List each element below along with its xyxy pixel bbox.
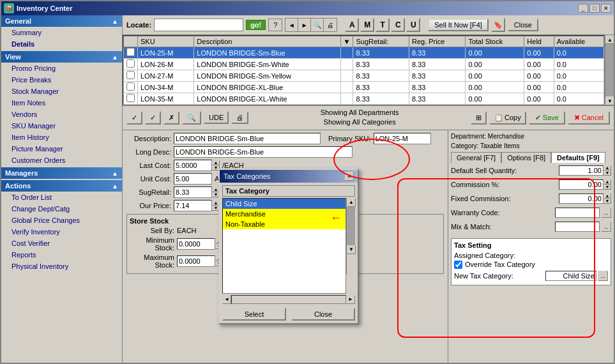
inventory-table: SKU Description ▼ SugRetail: Reg. Price … xyxy=(123,35,605,105)
sidebar-item-cost-verifier[interactable]: Cost Verifier xyxy=(1,238,122,249)
sidebar-item-sku-manager[interactable]: SKU Manager xyxy=(1,120,122,132)
nav-back-button[interactable]: ◄ xyxy=(285,19,298,31)
modal-scroll-down[interactable]: ▼ xyxy=(347,245,356,254)
tax-category-list[interactable]: Child Size Merchandise Non-Taxable xyxy=(222,198,346,294)
app-icon: 📦 xyxy=(4,3,14,13)
col-available: Available xyxy=(554,36,604,47)
sidebar-section-header-view[interactable]: View ▲ xyxy=(1,51,122,63)
table-row[interactable]: LON-34-M LONDON BRIDGE-XL-Blue 8.33 8.33… xyxy=(124,82,604,93)
row-checkbox[interactable] xyxy=(126,82,135,91)
sidebar-item-picture-manager[interactable]: Picture Manager xyxy=(1,143,122,155)
scroll-thumb[interactable] xyxy=(605,44,614,96)
modal-hscroll-left[interactable]: ◄ xyxy=(222,295,231,304)
table-scrollbar[interactable]: ▲ ▼ xyxy=(605,35,614,105)
modal-close-btn[interactable]: Close xyxy=(291,308,355,321)
sidebar-item-global-price-changes[interactable]: Global Price Changes xyxy=(1,215,122,226)
sidebar-item-vendors[interactable]: Vendors xyxy=(1,109,122,120)
modal-scroll-up[interactable]: ▲ xyxy=(347,198,356,207)
delete-button[interactable]: ✗ xyxy=(163,111,179,125)
sidebar-item-promo-pricing[interactable]: Promo Pricing xyxy=(1,63,122,74)
sidebar-item-item-notes[interactable]: Item Notes xyxy=(1,97,122,109)
sidebar-section-label-actions: Actions xyxy=(5,182,31,190)
sidebar-item-price-breaks[interactable]: Price Breaks xyxy=(1,74,122,86)
sidebar-item-customer-orders[interactable]: Customer Orders xyxy=(1,155,122,166)
nav-search-button[interactable]: 🔍 xyxy=(311,19,324,31)
print-button[interactable]: 🖨 xyxy=(231,111,248,124)
letter-m-button[interactable]: M xyxy=(360,18,374,32)
sell-now-button[interactable]: Sell It Now [F4] xyxy=(428,19,489,31)
scroll-down-arrow[interactable]: ▼ xyxy=(605,96,614,105)
modal-close-button[interactable]: ✕ xyxy=(345,172,354,181)
red-circle-right-panel xyxy=(397,178,595,338)
tax-category-item-child[interactable]: Child Size xyxy=(223,199,345,209)
sidebar-item-verify-inventory[interactable]: Verify Inventory xyxy=(1,226,122,238)
sidebar-section-header-actions[interactable]: Actions ▲ xyxy=(1,180,122,192)
cancel-button[interactable]: ✖ Cancel xyxy=(568,111,610,125)
go-button[interactable]: go! xyxy=(246,20,266,30)
sidebar-item-stock-manager[interactable]: Stock Manager xyxy=(1,86,122,97)
row-checkbox[interactable] xyxy=(126,59,135,68)
col-held: Held xyxy=(524,36,554,47)
grid-button[interactable]: ⊞ xyxy=(471,111,487,125)
table-row[interactable]: LON-27-M LONDON BRIDGE-Sm-Yellow 8.33 8.… xyxy=(124,70,604,82)
table-row[interactable]: LON-25-M LONDON BRIDGE-Sm-Blue 8.33 8.33… xyxy=(124,47,604,59)
letter-u-button[interactable]: U xyxy=(406,18,420,32)
nav-forward-button[interactable]: ► xyxy=(298,19,311,31)
modal-select-button[interactable]: Select xyxy=(222,308,286,321)
action-bar: ✓ ✓ ✗ 🔍 UDE 🖨 Showing All Departments Sh… xyxy=(123,106,614,130)
checkmark2-button[interactable]: ✓ xyxy=(145,111,161,125)
scroll-up-arrow[interactable]: ▲ xyxy=(605,35,614,44)
sidebar-section-label-view: View xyxy=(5,53,21,61)
row-checkbox[interactable] xyxy=(126,94,135,102)
sidebar-item-change-dept[interactable]: Change Dept/Catg xyxy=(1,203,122,215)
chevron-icon-view: ▲ xyxy=(112,54,118,61)
cancel-icon: ✖ xyxy=(574,114,580,122)
sidebar-item-item-history[interactable]: Item History xyxy=(1,132,122,143)
row-checkbox[interactable] xyxy=(126,48,135,56)
tax-category-item-merchandise[interactable]: Merchandise xyxy=(223,209,345,219)
modal-scrollbar[interactable]: ▲ ▼ xyxy=(346,198,355,275)
table-row[interactable]: LON-35-M LONDON BRIDGE-XL-White 8.33 8.3… xyxy=(124,93,604,105)
close-window-button[interactable]: ✕ xyxy=(601,4,611,13)
sidebar-item-reports[interactable]: Reports xyxy=(1,249,122,261)
tax-categories-modal: Tax Categories ✕ Tax Category Child Size xyxy=(218,169,359,324)
modal-title: Tax Categories xyxy=(224,172,270,180)
col-description: Description xyxy=(194,36,340,47)
sidebar-item-physical-inventory[interactable]: Physical Inventory xyxy=(1,261,122,272)
locate-input[interactable] xyxy=(154,19,243,31)
sidebar-item-details[interactable]: Details xyxy=(1,38,122,50)
modal-list-container: Child Size Merchandise Non-Taxable xyxy=(222,198,355,294)
modal-titlebar: Tax Categories ✕ xyxy=(220,170,358,183)
sidebar-section-header-managers[interactable]: Managers ▲ xyxy=(1,167,122,179)
sidebar-item-to-order-list[interactable]: To Order List xyxy=(1,192,122,203)
close-toolbar-button[interactable]: Close xyxy=(508,19,538,31)
navigation-buttons: ◄ ► 🔍 🖨 xyxy=(285,18,337,32)
sidebar-section-label-general: General xyxy=(5,17,31,25)
help-button[interactable]: ? xyxy=(268,19,282,31)
search2-button[interactable]: 🔍 xyxy=(182,111,201,125)
modal-hscroll-track xyxy=(231,295,346,304)
table-row[interactable]: LON-26-M LONDON BRIDGE-Sm-White 8.33 8.3… xyxy=(124,59,604,70)
maximize-button[interactable]: □ xyxy=(589,4,600,13)
letter-a-button[interactable]: A xyxy=(345,18,359,32)
nav-print-button[interactable]: 🖨 xyxy=(324,19,337,31)
row-checkbox[interactable] xyxy=(126,71,135,79)
letter-t-button[interactable]: T xyxy=(376,18,390,32)
tax-category-item-non-taxable[interactable]: Non-Taxable xyxy=(223,219,345,229)
modal-hscroll-right[interactable]: ► xyxy=(346,295,355,304)
modal-scroll-thumb[interactable] xyxy=(347,207,355,245)
copy-button[interactable]: 📋 Copy xyxy=(489,111,526,125)
bookmark-button[interactable]: 🔖 xyxy=(491,18,505,32)
chevron-icon-actions: ▲ xyxy=(112,183,118,190)
letter-c-button[interactable]: C xyxy=(391,18,405,32)
sidebar-item-summary[interactable]: Summary xyxy=(1,27,122,38)
titlebar: 📦 Inventory Center _ □ ✕ xyxy=(1,1,614,15)
sidebar-section-general: General ▲ Summary Details xyxy=(1,15,122,50)
ude-button[interactable]: UDE xyxy=(204,111,229,124)
sidebar-section-header-general[interactable]: General ▲ xyxy=(1,15,122,27)
minimize-button[interactable]: _ xyxy=(578,4,588,13)
checkmark-button[interactable]: ✓ xyxy=(126,111,142,125)
main-toolbar: Locate: go! ? ◄ ► 🔍 🖨 A M T C U Sell It xyxy=(123,15,614,35)
sku-cell: LON-25-M xyxy=(138,47,194,59)
save-button[interactable]: ✔ Save xyxy=(529,111,565,125)
